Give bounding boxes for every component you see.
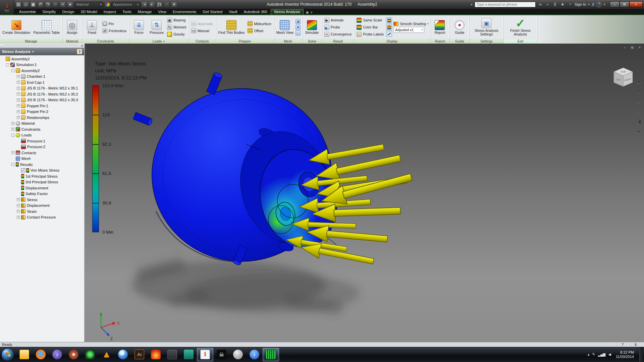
ribbon-tab[interactable]: Simplify: [40, 9, 59, 15]
ribbon-tab[interactable]: Get Started: [200, 9, 225, 15]
browser-help-icon[interactable]: ?: [77, 49, 82, 54]
help-icon[interactable]: ?: [596, 2, 601, 7]
sign-in-button[interactable]: Sign In: [575, 2, 586, 6]
subscription-icon[interactable]: ⊻: [552, 2, 558, 7]
safari-icon[interactable]: [115, 348, 131, 361]
browser-header[interactable]: Stress Analysis ▾ ?: [0, 48, 84, 55]
tree-item[interactable]: - Results: [0, 162, 84, 168]
tree-expander[interactable]: +: [17, 198, 20, 201]
tree-expander[interactable]: +: [17, 204, 20, 207]
tray-volume-icon[interactable]: ◀: [608, 352, 610, 357]
doc-minimize-icon[interactable]: –: [623, 46, 627, 50]
force-load-button[interactable]: ⇊ Force: [130, 19, 147, 35]
local-mesh-control-icon[interactable]: ✱: [296, 25, 301, 30]
report-button[interactable]: Report: [431, 19, 448, 35]
tray-pen-icon[interactable]: ✎: [592, 352, 595, 357]
moment-load-button[interactable]: ↻ Moment: [166, 24, 187, 31]
tree-expander[interactable]: +: [17, 216, 20, 219]
itunes-icon[interactable]: ♪: [246, 348, 263, 361]
search-expand-icon[interactable]: ▸: [471, 3, 473, 6]
offset-button[interactable]: Offset: [247, 27, 272, 34]
tree-item[interactable]: + Contact Pressure: [0, 215, 84, 221]
displacement-scale-dropdown[interactable]: Adjusted x1 ▾: [393, 27, 424, 33]
tree-item[interactable]: + Constraints: [0, 126, 84, 132]
key-icon[interactable]: ⌐: [545, 2, 550, 7]
tree-item[interactable]: Pressure:1: [0, 138, 84, 144]
show-desktop-button[interactable]: [639, 347, 643, 362]
tree-item[interactable]: 3rd Principal Stress: [0, 179, 84, 185]
tree-expander[interactable]: +: [17, 75, 20, 78]
tree-item[interactable]: + JIS B 1176 - Metric M12 x 35:2: [0, 91, 84, 97]
material-dropdown[interactable]: Material▾: [74, 2, 103, 7]
navigation-wheel-icon[interactable]: ◉: [637, 78, 641, 84]
tree-item[interactable]: Safety Factor: [0, 191, 84, 197]
minimize-button[interactable]: –: [610, 1, 620, 7]
tree-item[interactable]: + JIS B 1176 - Metric M12 x 35:3: [0, 97, 84, 103]
ribbon-tab[interactable]: Inspect: [101, 9, 119, 15]
doc-close-icon[interactable]: ×: [637, 46, 642, 50]
orbit-icon[interactable]: ⟲: [637, 109, 641, 115]
contour-shading-toggle[interactable]: [386, 17, 392, 23]
redo-icon[interactable]: ↷: [45, 1, 51, 7]
animate-button[interactable]: ▶ Animate: [323, 17, 353, 23]
autodesk-inventor-icon[interactable]: I: [197, 348, 213, 361]
tree-item[interactable]: - Assembly2: [0, 68, 84, 74]
ribbon-tab[interactable]: Design: [59, 9, 77, 15]
ribbon-tab[interactable]: View: [155, 9, 169, 15]
guide-button[interactable]: ◆ Guide: [451, 19, 468, 35]
tree-item[interactable]: + Poppet Pin:1: [0, 103, 84, 109]
tree-expander[interactable]: +: [17, 210, 20, 213]
same-scale-button[interactable]: Same Scale: [356, 17, 385, 23]
dark-app-icon[interactable]: [164, 348, 180, 361]
probe-button[interactable]: Probe: [323, 24, 353, 31]
midsurface-button[interactable]: Midsurface: [247, 20, 272, 27]
update-icon[interactable]: ⟳: [52, 1, 58, 7]
tree-expander[interactable]: -: [11, 163, 14, 166]
tree-expander[interactable]: -: [11, 134, 14, 137]
skull-app-icon[interactable]: ☠: [213, 348, 230, 361]
add-icon[interactable]: +: [164, 1, 170, 7]
windows-explorer-icon[interactable]: [16, 348, 33, 361]
save-icon[interactable]: ▣: [30, 1, 36, 7]
nero-icon[interactable]: [148, 348, 164, 361]
clear-appearance-icon[interactable]: ◐: [149, 1, 155, 7]
create-simulation-button[interactable]: ↘ Create Simulation: [1, 19, 31, 35]
application-menu-button[interactable]: I PRO: [0, 0, 14, 15]
chevron-down-icon[interactable]: ▾: [32, 50, 34, 53]
pin-constraint-button[interactable]: ◯ Pin: [101, 20, 127, 27]
convergence-button[interactable]: ~ Convergence: [323, 31, 353, 38]
music-app-icon[interactable]: ♪: [49, 348, 65, 361]
color-wheel-icon[interactable]: [105, 2, 110, 7]
tree-expander[interactable]: +: [17, 81, 20, 84]
adjust-display-brush-button[interactable]: [386, 31, 392, 37]
tree-item[interactable]: + Stress: [0, 197, 84, 203]
equalizer-app-icon[interactable]: [263, 348, 279, 361]
find-thin-bodies-button[interactable]: Find Thin Bodies: [217, 19, 246, 35]
exchange-apps-icon[interactable]: X: [592, 2, 595, 7]
mesh-settings-icon[interactable]: ▣: [296, 19, 301, 24]
assign-material-button[interactable]: ◎ Assign: [64, 19, 80, 35]
new-file-icon[interactable]: ▤: [15, 1, 21, 7]
panel-overflow-icon[interactable]: ▣ ▾: [304, 11, 315, 15]
vlc-icon[interactable]: ▲: [98, 348, 115, 361]
appearance-update-icon[interactable]: ◓: [60, 1, 66, 7]
stress-analysis-settings-button[interactable]: ▣ Stress Analysis Settings: [471, 17, 502, 37]
drag-handle[interactable]: [4, 45, 78, 46]
tree-expander[interactable]: +: [17, 93, 20, 96]
fixed-constraint-button[interactable]: ⊥ Fixed: [84, 19, 100, 35]
panel-close-icon[interactable]: x: [81, 44, 83, 47]
tree-expander[interactable]: -: [11, 69, 14, 72]
tree-expander[interactable]: +: [17, 110, 20, 113]
qat-caret-icon[interactable]: ▾: [171, 1, 177, 7]
ribbon-tab[interactable]: Environments: [170, 9, 199, 15]
ribbon-tab[interactable]: Assemble: [16, 9, 39, 15]
navbar-more-icon[interactable]: ▾: [638, 129, 640, 135]
mesh-view-button[interactable]: Mesh View: [275, 19, 294, 35]
tree-item[interactable]: 1st Principal Stress: [0, 173, 84, 179]
pressure-load-button[interactable]: ⇅ Pressure: [148, 19, 165, 35]
tree-expander[interactable]: +: [11, 128, 14, 131]
material-ball-icon[interactable]: ●: [67, 1, 73, 7]
smooth-shading-dropdown[interactable]: Smooth Shading ▾: [393, 22, 428, 26]
tree-item[interactable]: + Strain: [0, 208, 84, 215]
tree-item[interactable]: Pressure:2: [0, 144, 84, 150]
